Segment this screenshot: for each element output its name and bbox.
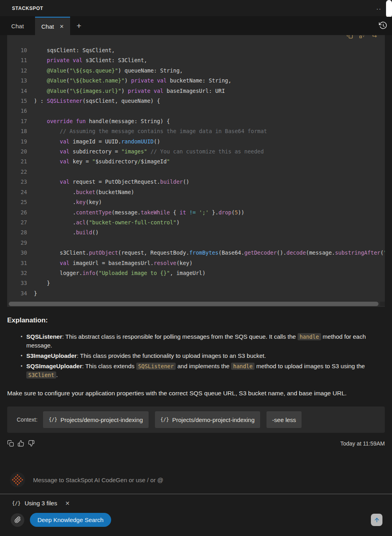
code-text [27,106,37,116]
code-line: 23 val request = PutObjectRequest.builde… [11,177,382,187]
code-line: 24 .bucket(bucketName) [11,187,382,197]
explanation-bullet: •SQSListener: This abstract class is res… [7,332,385,350]
new-tab-button[interactable]: + [70,17,88,35]
code-text: val imageId = UUID.randomUUID() [27,137,160,147]
using-files-chip[interactable]: {/} Using 3 files ✕ [7,500,385,507]
code-line: 13 @Value("\${bucket.name}") private val… [11,76,382,86]
line-number: 29 [11,238,27,248]
line-number: 34 [11,289,27,298]
line-number: 20 [11,147,27,157]
close-icon[interactable]: ✕ [65,500,70,507]
code-text: override fun handle(message: String) { [27,116,170,126]
context-panel: Context: {/}Projects/demo-project-indexi… [7,406,385,433]
explanation-bullet: •S3ImageUploader: This class provides th… [7,351,385,360]
line-number: 28 [11,228,27,238]
tab-chat-active[interactable]: Chat ✕ [35,17,70,35]
code-line: 14 @Value("\${images.url}") private val … [11,86,382,96]
tab-bar: Chat Chat ✕ + [0,17,392,35]
line-number: 17 [11,116,27,126]
code-line: 29 [11,238,382,248]
scrollbar-thumb[interactable] [386,0,392,18]
code-line: 10 sqsClient: SqsClient, [11,45,382,55]
context-chips: {/}Projects/demo-project-indexing{/}Proj… [43,411,308,428]
code-text: ) : SQSListener(sqsClient, queueName) { [27,96,160,106]
line-number: 25 [11,197,27,207]
app-title: STACKSPOT [12,6,43,11]
line-number: 10 [11,45,27,55]
explanation-heading: Explanation: [7,316,385,324]
line-number: 30 [11,248,27,258]
code-line: 26 .contentType(message.takeWhile { it !… [11,208,382,218]
line-number: 24 [11,187,27,197]
code-braces-icon: {/} [161,417,169,422]
deep-knowledge-search-button[interactable]: Deep Knowledge Search [30,513,111,527]
chip-label: Projects/demo-project-indexing [172,416,255,423]
code-line: 31 val imageUrl = baseImagesUrl.resolve(… [11,258,382,268]
scrollbar-corner [380,302,385,306]
code-line: 34} [11,289,382,298]
bullet-text: SQSListener: This abstract class is resp… [26,332,385,350]
code-lines[interactable]: 10 sqsClient: SqsClient,11 private val s… [7,35,385,302]
code-text: @Value("\${sqs.queue}") queueName: Strin… [27,66,183,76]
copy-icon[interactable] [347,35,353,39]
code-line: 12 @Value("\${sqs.queue}") queueName: St… [11,66,382,76]
code-line: 25 .key(key) [11,197,382,207]
thumbs-down-icon[interactable] [28,440,35,447]
context-chip[interactable]: {/}Projects/demo-project-indexing [155,411,260,428]
code-text: val subdirectory = "images" // You can c… [27,147,264,157]
code-line: 17 override fun handle(message: String) … [11,116,382,126]
horizontal-scrollbar[interactable] [9,302,378,306]
line-number: 32 [11,268,27,278]
history-icon[interactable] [378,21,387,30]
line-number: 22 [11,167,27,177]
line-number: 31 [11,258,27,268]
code-text: sqsClient: SqsClient, [27,45,115,55]
tab-close-icon[interactable]: ✕ [59,24,64,29]
title-bar: STACKSPOT ·· [0,0,392,17]
thumbs-up-icon[interactable] [18,440,24,447]
bullet-marker: • [21,332,26,350]
tab-label: Chat [11,23,24,29]
code-text: .acl("bucket-owner-full-control") [27,218,180,228]
code-text: .build() [27,228,99,238]
code-text: .contentType(message.takeWhile { it != '… [27,208,244,218]
code-toolbar [347,35,378,39]
code-text: private val s3Client: S3Client, [27,55,147,65]
send-button[interactable] [371,514,382,526]
code-line: 21 val key = "$subdirectory/$imageId" [11,157,382,167]
context-chip[interactable]: {/}Projects/demo-project-indexing [43,411,148,428]
bullet-text: SQSImageUploader: This class extends SQS… [26,362,385,379]
note-paragraph: Make sure to configure your application … [7,390,385,397]
code-line: 32 logger.info("Uploaded image to {}", i… [11,268,382,278]
line-number: 11 [11,55,27,65]
line-number: 18 [11,126,27,136]
tab-chat-inactive[interactable]: Chat [0,17,35,35]
code-line: 22 [11,167,382,177]
code-text: .bucket(bucketName) [27,187,134,197]
message-input[interactable]: Message to StackSpot AI CodeGen or use /… [33,477,163,483]
code-text: s3Client.putObject(request, RequestBody.… [27,248,385,258]
line-number: 12 [11,66,27,76]
code-text: val imageUrl = baseImagesUrl.resolve(key… [27,258,192,268]
code-text: val key = "$subdirectory/$imageId" [27,157,170,167]
chat-content: 10 sqsClient: SqsClient,11 private val s… [0,35,392,527]
chip-label: -see less [272,416,296,423]
insert-icon[interactable] [371,35,378,39]
more-dots-icon[interactable]: ·· [376,7,382,10]
paperclip-icon[interactable] [11,513,24,527]
using-files-label: Using 3 files [25,500,57,507]
chip-label: Projects/demo-project-indexing [61,416,143,423]
line-number: 26 [11,208,27,218]
copy-icon[interactable] [7,440,14,447]
code-line: 16 [11,106,382,116]
code-line: 28 .build() [11,228,382,238]
stackspot-logo-icon [10,472,25,487]
code-line: 20 val subdirectory = "images" // You ca… [11,147,382,157]
arrow-up-icon [374,517,380,523]
message-timestamp: Today at 11:59AM [340,440,385,447]
context-chip[interactable]: -see less [267,411,302,428]
compare-icon[interactable] [359,35,365,39]
line-number: 15 [11,96,27,106]
code-braces-icon: {/} [12,501,21,506]
line-number: 16 [11,106,27,116]
